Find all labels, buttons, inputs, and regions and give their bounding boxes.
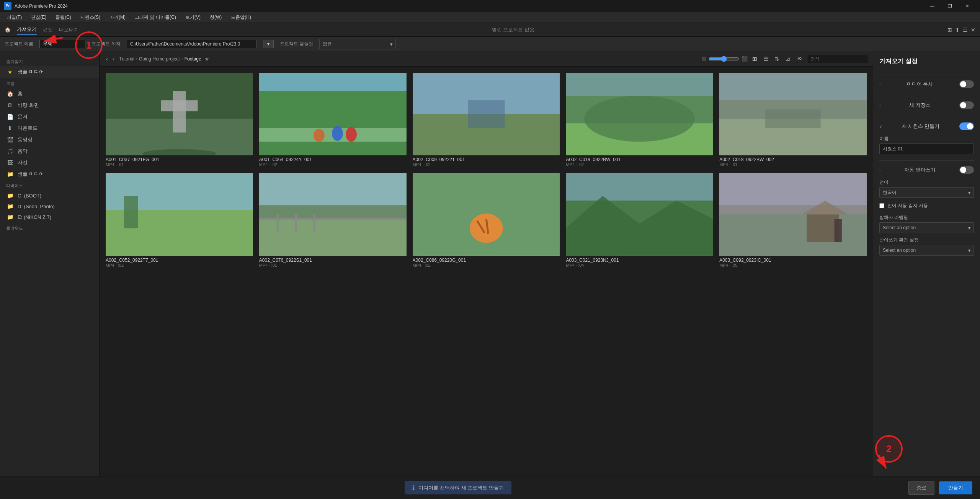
tab-import[interactable]: 가져오기 xyxy=(17,24,37,35)
speaker-label: 발화자 라벨링 xyxy=(879,214,974,221)
location-dropdown-btn[interactable]: ▾ xyxy=(263,40,274,48)
tab-home-icon[interactable]: 🏠 xyxy=(5,25,11,34)
list-view-button[interactable]: ☰ xyxy=(762,54,770,64)
media-item[interactable]: A002_C052_0922T7_001 MP4 · :02 xyxy=(106,173,253,267)
media-item[interactable]: A002_C009_092221_001 MP4 · :02 xyxy=(413,73,560,167)
svg-rect-39 xyxy=(566,173,713,201)
media-info: MP4 · :02 xyxy=(106,263,253,267)
media-name: A002_C076_0922S1_001 xyxy=(259,258,407,263)
menu-marker[interactable]: 마커(M) xyxy=(106,13,129,21)
svg-rect-21 xyxy=(719,73,867,100)
tab-edit[interactable]: 편집 xyxy=(43,25,53,35)
transcribe-setting-select[interactable]: Select an option xyxy=(879,245,974,256)
back-button[interactable]: ‹ xyxy=(104,55,110,63)
sidebar-item-drive-d[interactable]: 📁 D: (Soon_Photo) xyxy=(0,201,99,212)
media-info: MP4 · :05 xyxy=(719,263,867,267)
sidebar-item-drive-c[interactable]: 📁 C: (BOOT) xyxy=(0,190,99,201)
sidebar-item-photos[interactable]: 🖼 사진 xyxy=(0,157,99,168)
menu-window[interactable]: 창(W) xyxy=(206,13,225,21)
menu-icon[interactable]: ☰ xyxy=(963,27,968,33)
filter-button[interactable]: ⊿ xyxy=(784,54,792,64)
export-icon[interactable]: ⬆ xyxy=(955,27,960,33)
favorite-star-button[interactable]: ★ xyxy=(204,56,209,62)
create-button[interactable]: 만들기 xyxy=(939,481,972,494)
new-sequence-toggle[interactable] xyxy=(959,122,974,130)
home-icon: 🏠 xyxy=(6,91,14,97)
breadcrumb-footage: Footage xyxy=(185,56,201,62)
grid-view-button[interactable]: ⊞ xyxy=(751,54,759,64)
sidebar-desktop-label: 바탕 화면 xyxy=(18,102,39,109)
new-sequence-section[interactable]: ∨ 새 시퀀스 만들기 xyxy=(879,121,974,132)
media-item[interactable]: A002_C018_0922BW_001 MP4 · :07 xyxy=(566,73,713,167)
media-item[interactable]: A001_C064_09224Y_001 MP4 · :02 xyxy=(259,73,407,167)
project-location-input[interactable] xyxy=(127,40,257,48)
language-select[interactable]: 한국어 English xyxy=(879,187,974,198)
svg-rect-7 xyxy=(259,73,407,91)
svg-point-9 xyxy=(332,126,343,140)
sidebar-item-sample-media[interactable]: ★ 샘플 미디어 xyxy=(0,66,99,78)
media-thumbnail xyxy=(719,73,867,155)
media-item[interactable]: A002_C076_0922S1_001 MP4 · :01 xyxy=(259,173,407,267)
sequence-name-input[interactable] xyxy=(879,144,974,154)
main-layout: 즐겨찾기 ★ 샘플 미디어 로컬 🏠 홈 🖥 바탕 화면 📄 문서 ⬇ 다운로드 xyxy=(0,51,980,476)
cancel-button[interactable]: 종료 xyxy=(908,481,934,495)
project-template-select[interactable]: 없음 xyxy=(319,39,396,49)
new-storage-toggle[interactable] xyxy=(959,101,974,109)
media-item[interactable]: A003_C092_0923IC_001 MP4 · :05 xyxy=(719,173,867,267)
detect-language-checkbox[interactable] xyxy=(879,203,884,208)
sidebar-item-drive-e[interactable]: 📁 E: (NIKON Z 7) xyxy=(0,212,99,222)
breadcrumb-tutorial[interactable]: Tutorial xyxy=(119,56,134,62)
forward-button[interactable]: › xyxy=(111,55,116,63)
sort-button[interactable]: ⇅ xyxy=(773,54,781,64)
sidebar-item-music[interactable]: 🎵 음악 xyxy=(0,145,99,157)
search-input[interactable] xyxy=(807,55,868,63)
sidebar-item-videos[interactable]: 🎬 동영상 xyxy=(0,134,99,145)
menu-view[interactable]: 보기(V) xyxy=(181,13,204,21)
menu-graphics[interactable]: 그래픽 및 타이틀(G) xyxy=(131,13,180,21)
media-name: A002_C052_0922T7_001 xyxy=(106,258,253,263)
auto-transcribe-toggle[interactable] xyxy=(959,166,974,174)
favorites-section-label: 즐겨찾기 xyxy=(0,56,99,66)
sidebar-item-desktop[interactable]: 🖥 바탕 화면 xyxy=(0,99,99,111)
project-name-input[interactable] xyxy=(39,40,85,48)
maximize-button[interactable]: ❐ xyxy=(941,0,959,12)
media-info: MP4 · :01 xyxy=(719,162,867,167)
tab-export[interactable]: 내보내기 xyxy=(59,25,79,35)
auto-transcribe-section[interactable]: › 자동 받아쓰기 xyxy=(879,165,974,175)
media-item[interactable]: A003_C021_0923NJ_001 MP4 · :04 xyxy=(566,173,713,267)
sidebar-music-label: 음악 xyxy=(18,148,28,155)
sidebar-item-home[interactable]: 🏠 홈 xyxy=(0,88,99,99)
download-icon: ⬇ xyxy=(6,125,14,131)
detect-language-label: 언어 자동 감지 사용 xyxy=(887,202,928,209)
new-storage-section[interactable]: › 새 저장소 xyxy=(879,100,974,111)
workspace-settings-icon[interactable]: ✕ xyxy=(971,27,975,33)
thumbnail-size-slider[interactable] xyxy=(709,56,739,62)
breadcrumb-going-home[interactable]: Going Home project xyxy=(139,56,180,62)
speaker-select[interactable]: Select an option xyxy=(879,222,974,233)
media-info: MP4 · :02 xyxy=(413,162,560,167)
sidebar-item-downloads[interactable]: ⬇ 다운로드 xyxy=(0,122,99,134)
media-item[interactable]: A002_C086_09220G_001 MP4 · :02 xyxy=(413,173,560,267)
sidebar-item-sample-media-local[interactable]: 📁 샘플 미디어 xyxy=(0,168,99,180)
menu-help[interactable]: 도움말(H) xyxy=(227,13,255,21)
new-sequence-label: 새 시퀀스 만들기 xyxy=(902,123,939,130)
preview-button[interactable]: 👁 xyxy=(795,54,804,64)
media-info: MP4 · :02 xyxy=(413,263,560,267)
menu-sequence[interactable]: 시퀀스(S) xyxy=(77,13,104,21)
workspace-bar: 🏠 가져오기 편집 내보내기 열린 프로젝트 없음 ⊞ ⬆ ☰ ✕ xyxy=(0,23,980,37)
sidebar-item-documents[interactable]: 📄 문서 xyxy=(0,111,99,122)
minimize-button[interactable]: — xyxy=(923,0,941,12)
media-item[interactable]: A002_C018_0922BW_002 MP4 · :01 xyxy=(719,73,867,167)
media-copy-section[interactable]: › 미디어 복사 xyxy=(879,79,974,90)
media-item[interactable]: A001_C037_0921FG_001 MP4 · :01 xyxy=(106,73,253,167)
close-button[interactable]: ✕ xyxy=(959,0,976,12)
sidebar-drive-d-label: D: (Soon_Photo) xyxy=(18,204,55,209)
media-thumbnail xyxy=(719,173,867,256)
menu-edit[interactable]: 편집(E) xyxy=(27,13,50,21)
expand-icon[interactable]: ⊞ xyxy=(947,27,952,33)
menu-file[interactable]: 파일(F) xyxy=(3,13,26,21)
menu-clip[interactable]: 클립(C) xyxy=(52,13,75,21)
sidebar-drive-c-label: C: (BOOT) xyxy=(18,193,41,199)
transcribe-setting-label: 받아쓰기 환경 설정 xyxy=(879,237,974,243)
media-copy-toggle[interactable] xyxy=(959,80,974,88)
